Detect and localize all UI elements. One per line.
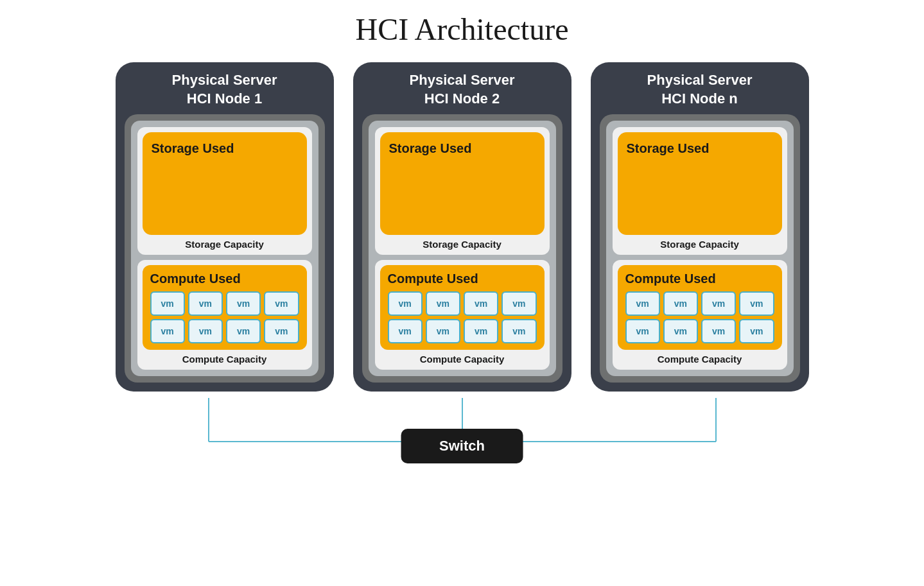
vm-box: vm [501, 319, 536, 343]
storage-section: Storage Used Storage Capacity [613, 127, 787, 255]
node-content: Storage Used Storage Capacity Compute Us… [131, 121, 318, 376]
compute-used-container: Compute Used vmvmvmvmvmvmvmvm [380, 265, 545, 350]
vm-grid: vmvmvmvmvmvmvmvm [388, 291, 537, 343]
node-title: Physical ServerHCI Node n [647, 71, 753, 108]
vm-box: vm [625, 319, 660, 343]
storage-section: Storage Used Storage Capacity [375, 127, 550, 255]
nodes-row: Physical ServerHCI Node 1 Storage Used S… [116, 62, 809, 392]
switch-box: Switch [401, 429, 523, 463]
vm-box: vm [739, 319, 774, 343]
storage-used-label: Storage Used [389, 141, 472, 156]
page-title: HCI Architecture [356, 12, 569, 47]
vm-box: vm [188, 291, 223, 316]
storage-used-label: Storage Used [627, 141, 710, 156]
vm-box: vm [388, 319, 423, 343]
vm-box: vm [226, 319, 261, 343]
node-node1: Physical ServerHCI Node 1 Storage Used S… [116, 62, 334, 392]
storage-used-label: Storage Used [152, 141, 234, 156]
vm-box: vm [388, 291, 423, 316]
vm-grid: vmvmvmvmvmvmvmvm [150, 291, 299, 343]
compute-used-label: Compute Used [388, 271, 478, 286]
vm-box: vm [264, 291, 299, 316]
compute-capacity-label: Compute Capacity [182, 354, 267, 365]
node-inner: Storage Used Storage Capacity Compute Us… [600, 114, 800, 383]
compute-capacity-label: Compute Capacity [658, 354, 742, 365]
compute-section: Compute Used vmvmvmvmvmvmvmvm Compute Ca… [613, 260, 787, 370]
vm-box: vm [426, 319, 460, 343]
node-content: Storage Used Storage Capacity Compute Us… [369, 121, 556, 376]
vm-box: vm [625, 291, 660, 316]
compute-capacity-label: Compute Capacity [420, 354, 505, 365]
node-content: Storage Used Storage Capacity Compute Us… [606, 121, 794, 376]
vm-box: vm [501, 291, 536, 316]
node-node2: Physical ServerHCI Node 2 Storage Used S… [353, 62, 571, 392]
vm-box: vm [739, 291, 774, 316]
node-inner: Storage Used Storage Capacity Compute Us… [125, 114, 325, 383]
storage-used-box: Storage Used [380, 132, 545, 235]
node-title: Physical ServerHCI Node 2 [410, 71, 515, 108]
compute-used-label: Compute Used [625, 271, 716, 286]
vm-box: vm [701, 291, 736, 316]
vm-grid: vmvmvmvmvmvmvmvm [625, 291, 774, 343]
compute-section: Compute Used vmvmvmvmvmvmvmvm Compute Ca… [137, 260, 312, 370]
node-nodeN: Physical ServerHCI Node n Storage Used S… [591, 62, 809, 392]
storage-used-box: Storage Used [618, 132, 782, 235]
compute-section: Compute Used vmvmvmvmvmvmvmvm Compute Ca… [375, 260, 550, 370]
connection-area: Switch [109, 398, 815, 469]
vm-box: vm [264, 319, 299, 343]
compute-used-label: Compute Used [150, 271, 241, 286]
vm-box: vm [426, 291, 460, 316]
node-title: Physical ServerHCI Node 1 [172, 71, 277, 108]
vm-box: vm [188, 319, 223, 343]
vm-box: vm [663, 291, 698, 316]
vm-box: vm [701, 319, 736, 343]
vm-box: vm [150, 291, 185, 316]
storage-section: Storage Used Storage Capacity [137, 127, 312, 255]
storage-capacity-label: Storage Capacity [185, 239, 264, 250]
storage-used-box: Storage Used [143, 132, 307, 235]
node-inner: Storage Used Storage Capacity Compute Us… [362, 114, 562, 383]
vm-box: vm [150, 319, 185, 343]
compute-used-container: Compute Used vmvmvmvmvmvmvmvm [618, 265, 782, 350]
vm-box: vm [464, 319, 498, 343]
main-container: Physical ServerHCI Node 1 Storage Used S… [0, 62, 924, 469]
storage-capacity-label: Storage Capacity [423, 239, 501, 250]
vm-box: vm [663, 319, 698, 343]
compute-used-container: Compute Used vmvmvmvmvmvmvmvm [143, 265, 307, 350]
vm-box: vm [464, 291, 498, 316]
vm-box: vm [226, 291, 261, 316]
storage-capacity-label: Storage Capacity [660, 239, 739, 250]
